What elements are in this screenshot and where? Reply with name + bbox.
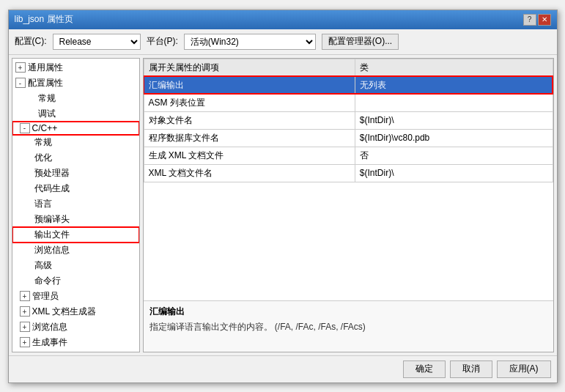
tree-label-cpp: C/C++ xyxy=(32,123,58,133)
tree-label-cpp-preprocess: 预处理器 xyxy=(34,167,70,180)
tree-label-config: 配置属性 xyxy=(28,77,63,89)
prop-name-gen-xml: 生成 XML 文档文件 xyxy=(144,147,355,164)
prop-value-pdb-filename[interactable]: $(IntDir)\vc80.pdb xyxy=(355,129,553,147)
prop-value-asm-output[interactable]: 无列表 xyxy=(355,76,553,94)
prop-value-asm-list[interactable] xyxy=(355,94,553,111)
title-bar: lib_json 属性页 ? ✕ xyxy=(9,10,557,29)
prop-row-obj-filename[interactable]: 对象文件名 $(IntDir)\ xyxy=(144,111,553,129)
expand-icon-browse: + xyxy=(20,322,30,332)
config-manager-button[interactable]: 配置管理器(O)... xyxy=(322,34,399,50)
tree-item-cpp-preprocess[interactable]: 预处理器 xyxy=(12,166,139,181)
desc-text: 指定编译语言输出文件的内容。 (/FA, /FAc, /FAs, /FAcs) xyxy=(149,321,547,333)
close-button[interactable]: ✕ xyxy=(538,14,551,26)
prop-name-asm-output: 汇编输出 xyxy=(144,76,355,94)
prop-value-gen-xml[interactable]: 否 xyxy=(355,147,553,164)
tree-item-cpp[interactable]: - C/C++ xyxy=(12,122,139,135)
prop-row-gen-xml[interactable]: 生成 XML 文档文件 否 xyxy=(144,147,553,164)
prop-row-asm-list[interactable]: ASM 列表位置 xyxy=(144,94,553,111)
tree-item-browse-info[interactable]: + 浏览信息 xyxy=(12,319,139,335)
tree-item-cpp-optimize[interactable]: 优化 xyxy=(12,150,139,166)
cancel-button[interactable]: 取消 xyxy=(450,360,492,378)
tree-item-cpp-general[interactable]: 常规 xyxy=(12,135,139,150)
tree-label-cpp-codegen: 代码生成 xyxy=(34,182,70,195)
props-description: 汇编输出 指定编译语言输出文件的内容。 (/FA, /FAc, /FAs, /F… xyxy=(144,300,553,352)
platform-select[interactable]: 活动(Win32) xyxy=(184,34,316,50)
expand-icon-config: - xyxy=(15,78,26,88)
title-bar-buttons: ? ✕ xyxy=(523,14,551,26)
tree-item-cpp-lang[interactable]: 语言 xyxy=(12,196,139,212)
prop-name-asm-list: ASM 列表位置 xyxy=(144,94,355,111)
prop-row-asm-output[interactable]: 汇编输出 无列表 xyxy=(144,76,553,94)
tree-label-general: 常规 xyxy=(38,92,56,105)
tree-label-cpp-advanced: 高级 xyxy=(34,259,52,272)
prop-name-pdb-filename: 程序数据库文件名 xyxy=(144,129,355,147)
tree-label-xml-gen: XML 文档生成器 xyxy=(32,306,97,318)
col-header-value: 类 xyxy=(355,59,553,76)
tree-label-build-events: 生成事件 xyxy=(32,336,67,349)
tree-item-cpp-browse[interactable]: 浏览信息 xyxy=(12,243,139,258)
main-window: lib_json 属性页 ? ✕ 配置(C): Release 平台(P): 活… xyxy=(8,10,558,383)
platform-label: 平台(P): xyxy=(147,35,178,48)
expand-icon-cpp: - xyxy=(20,123,30,133)
help-button[interactable]: ? xyxy=(523,14,536,26)
tree-item-cpp-cmdline[interactable]: 命令行 xyxy=(12,273,139,289)
tree-item-cpp-pch[interactable]: 预编译头 xyxy=(12,212,139,227)
tree-label-cpp-lang: 语言 xyxy=(34,198,52,210)
tree-item-custom-step[interactable]: + 自定义生成步骤 xyxy=(12,350,139,352)
props-table: 属开关属性的调项 类 汇编输出 无列表 ASM 列表位置 xyxy=(144,59,553,300)
tree-label-common: 通用属性 xyxy=(28,62,63,74)
tree-item-debug[interactable]: 调试 xyxy=(12,106,139,122)
tree-item-xml-gen[interactable]: + XML 文档生成器 xyxy=(12,304,139,319)
tree-item-general[interactable]: 常规 xyxy=(12,91,139,106)
apply-button[interactable]: 应用(A) xyxy=(497,360,551,378)
prop-name-xml-filename: XML 文档文件名 xyxy=(144,164,355,182)
desc-title: 汇编输出 xyxy=(149,306,547,318)
tree-label-cpp-cmdline: 命令行 xyxy=(34,275,61,287)
tree-item-cpp-output[interactable]: 输出文件 xyxy=(12,227,139,243)
ok-button[interactable]: 确定 xyxy=(403,360,446,378)
config-label: 配置(C): xyxy=(15,35,47,48)
tree-label-cpp-general: 常规 xyxy=(34,136,52,149)
tree-item-linker[interactable]: + 管理员 xyxy=(12,289,139,304)
expand-icon-common: + xyxy=(15,62,26,73)
tree-label-browse-info: 浏览信息 xyxy=(32,321,67,333)
tree-label-custom-step: 自定义生成步骤 xyxy=(32,352,94,352)
bottom-bar: 确定 取消 应用(A) xyxy=(9,355,557,382)
expand-icon-xml: + xyxy=(20,306,30,317)
tree-label-cpp-pch: 预编译头 xyxy=(34,213,70,226)
prop-name-obj-filename: 对象文件名 xyxy=(144,111,355,129)
tree-item-common-props[interactable]: + 通用属性 xyxy=(12,60,139,75)
tree-panel: + 通用属性 - 配置属性 常规 调试 - C/C++ 常规 xyxy=(12,58,140,352)
col-header-prop: 属开关属性的调项 xyxy=(144,59,355,76)
prop-value-obj-filename[interactable]: $(IntDir)\ xyxy=(355,111,553,129)
tree-label-debug: 调试 xyxy=(38,108,56,120)
prop-row-xml-filename[interactable]: XML 文档文件名 $(IntDir)\ xyxy=(144,164,553,182)
tree-item-build-events[interactable]: + 生成事件 xyxy=(12,335,139,350)
config-select[interactable]: Release xyxy=(53,34,141,50)
tree-label-cpp-browse: 浏览信息 xyxy=(34,244,70,256)
expand-icon-build: + xyxy=(20,337,30,347)
props-panel: 属开关属性的调项 类 汇编输出 无列表 ASM 列表位置 xyxy=(143,58,554,352)
tree-label-linker: 管理员 xyxy=(32,290,59,303)
toolbar: 配置(C): Release 平台(P): 活动(Win32) 配置管理器(O)… xyxy=(9,29,557,55)
tree-label-cpp-optimize: 优化 xyxy=(34,152,52,164)
window-title: lib_json 属性页 xyxy=(15,13,73,26)
expand-icon-linker: + xyxy=(20,291,30,301)
tree-item-cpp-advanced[interactable]: 高级 xyxy=(12,258,139,273)
prop-value-xml-filename[interactable]: $(IntDir)\ xyxy=(355,164,553,182)
tree-label-cpp-output: 输出文件 xyxy=(34,229,70,241)
properties-table: 属开关属性的调项 类 汇编输出 无列表 ASM 列表位置 xyxy=(144,59,553,182)
main-content: + 通用属性 - 配置属性 常规 调试 - C/C++ 常规 xyxy=(9,55,557,355)
prop-row-pdb-filename[interactable]: 程序数据库文件名 $(IntDir)\vc80.pdb xyxy=(144,129,553,147)
tree-item-config-props[interactable]: - 配置属性 xyxy=(12,75,139,91)
tree-item-cpp-codegen[interactable]: 代码生成 xyxy=(12,181,139,196)
